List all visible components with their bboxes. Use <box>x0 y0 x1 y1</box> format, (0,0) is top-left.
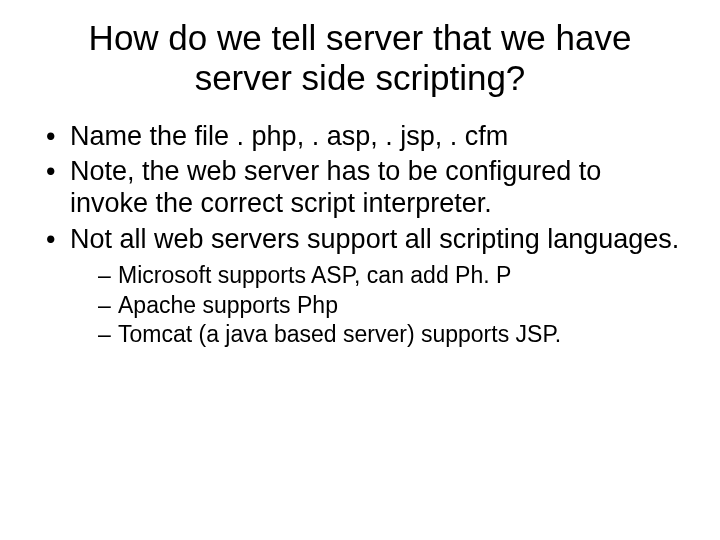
list-item-text: Tomcat (a java based server) supports JS… <box>118 321 561 347</box>
list-item-text: Not all web servers support all scriptin… <box>70 224 679 254</box>
list-item-text: Apache supports Php <box>118 292 338 318</box>
list-item-text: Microsoft supports ASP, can add Ph. P <box>118 262 511 288</box>
list-item: Note, the web server has to be configure… <box>46 156 680 220</box>
list-item: Tomcat (a java based server) supports JS… <box>98 321 680 349</box>
bullet-list: Name the file . php, . asp, . jsp, . cfm… <box>40 121 680 349</box>
list-item-text: Note, the web server has to be configure… <box>70 156 601 218</box>
list-item: Microsoft supports ASP, can add Ph. P <box>98 262 680 290</box>
list-item: Name the file . php, . asp, . jsp, . cfm <box>46 121 680 153</box>
sub-bullet-list: Microsoft supports ASP, can add Ph. P Ap… <box>70 262 680 349</box>
list-item: Not all web servers support all scriptin… <box>46 224 680 349</box>
list-item-text: Name the file . php, . asp, . jsp, . cfm <box>70 121 508 151</box>
slide: How do we tell server that we have serve… <box>0 0 720 540</box>
slide-title: How do we tell server that we have serve… <box>40 18 680 99</box>
list-item: Apache supports Php <box>98 292 680 320</box>
